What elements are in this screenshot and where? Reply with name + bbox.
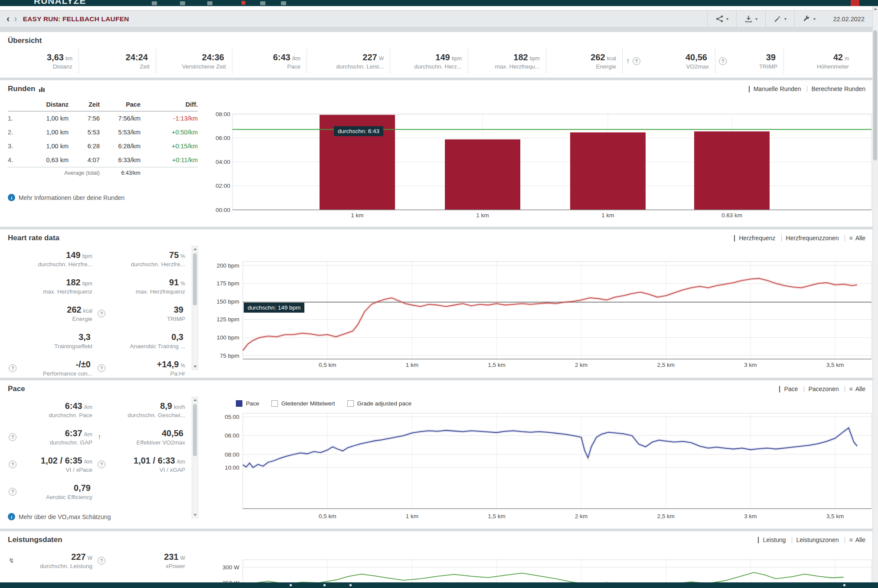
svg-text:100 bpm: 100 bpm — [216, 334, 239, 341]
overview-panel: Übersicht 3,63km Distanz 24:24 Zeit 24:3… — [0, 32, 872, 78]
link-herzfrequenz[interactable]: Herzfrequenz — [739, 235, 775, 242]
wrench-icon — [803, 15, 810, 23]
help-icon[interactable]: ? — [9, 433, 16, 441]
scrollbar-thumb[interactable] — [193, 404, 197, 456]
link-alle[interactable]: ≡Alle — [849, 536, 865, 543]
link-herzfrequenzzonen[interactable]: Herzfrequenzzonen — [786, 235, 839, 242]
stat-elapsed-time: 24:36 Verstrichene Zeit — [156, 49, 232, 74]
svg-text:1 km: 1 km — [406, 513, 418, 519]
stat-distance: 3,63km Distanz — [7, 49, 79, 74]
heart-rate-chart[interactable]: 0,5 km1 km1,5 km2 km2,5 km3 km3,5 km200 … — [209, 256, 872, 372]
divider — [749, 86, 750, 92]
link-leistungszonen[interactable]: Leistungszonen — [796, 536, 839, 543]
divider — [758, 537, 759, 543]
nav-icon[interactable] — [152, 1, 157, 5]
help-icon[interactable]: ? — [9, 461, 16, 468]
nav-logout-icon[interactable] — [851, 0, 859, 6]
scroll-up-icon[interactable] — [874, 8, 877, 10]
legend-pace[interactable]: Pace — [236, 400, 259, 407]
divider — [781, 235, 782, 242]
spacer — [0, 6, 878, 10]
tools-button[interactable]: ▾ — [765, 10, 794, 27]
help-icon[interactable]: ? — [98, 310, 105, 317]
col-zeit[interactable]: Zeit — [69, 99, 100, 111]
notification-badge[interactable] — [242, 1, 245, 5]
help-icon[interactable]: ? — [98, 364, 105, 372]
info-icon: i — [8, 513, 15, 520]
trimp-icons: ? — [719, 57, 727, 65]
link-pacezonen[interactable]: Pacezonen — [808, 385, 839, 392]
stat-vo2max: ↑ ? 40,56 VO2max — [623, 49, 715, 74]
col-pace[interactable]: Pace — [100, 99, 140, 111]
settings-button[interactable]: ▾ — [794, 10, 823, 27]
laps-bar-chart[interactable]: 08:0006:0004:0002:0000:001 km1 km1 km0.6… — [209, 107, 872, 218]
help-icon[interactable]: ? — [9, 488, 16, 496]
svg-text:175 bpm: 175 bpm — [216, 280, 239, 287]
laps-panel: Runden Manuelle Runden Berechnete Runden… — [0, 80, 872, 227]
scroll-down-icon[interactable] — [193, 514, 197, 516]
stat-max-hr-pct: 91%max. Herzfrequenz — [97, 272, 189, 300]
chevron-down-icon: ▾ — [784, 16, 787, 21]
stats-scrollbar[interactable] — [192, 397, 198, 518]
stat-aerobic-efficiency: ?0,79Aerobic Efficiency — [8, 478, 97, 505]
scroll-up-icon[interactable] — [193, 399, 197, 401]
stat-performance-condition: ?-/±0Performance con... — [8, 354, 97, 378]
next-activity-button[interactable]: › — [12, 11, 19, 27]
link-alle[interactable]: ≡Alle — [849, 385, 865, 392]
nav-icon[interactable] — [281, 1, 286, 5]
svg-text:08:00: 08:00 — [225, 451, 239, 458]
vo2max-info-link[interactable]: i Mehr über die VO₂max Schätzung — [8, 513, 111, 520]
legend-grade-adjusted-pace[interactable]: Grade adjusted pace — [347, 400, 411, 407]
laps-info-link[interactable]: i Mehr Informationen über deine Runden — [8, 194, 124, 201]
link-leistung[interactable]: Leistung — [763, 536, 786, 543]
magic-wand-icon — [774, 15, 781, 23]
menu-icon: ≡ — [849, 385, 852, 392]
col-distanz[interactable]: Distanz — [23, 99, 69, 111]
stat-avg-hr: 149bpm durchschn. Herz... — [390, 49, 468, 74]
pace-chart[interactable]: 0,5 km1 km1,5 km2 km2,5 km3 km3,5 km05:0… — [209, 410, 872, 523]
help-icon[interactable]: ? — [633, 57, 640, 65]
export-button[interactable]: ▾ — [736, 10, 765, 27]
scroll-up-icon[interactable] — [193, 248, 197, 250]
page-scrollbar[interactable] — [872, 6, 878, 582]
heart-rate-panel: Heart rate data Herzfrequenz Herzfrequen… — [0, 229, 872, 378]
link-manual-laps[interactable]: Manuelle Runden — [754, 85, 801, 92]
help-icon[interactable]: ? — [9, 364, 16, 372]
svg-text:06:00: 06:00 — [225, 432, 239, 439]
stat-vi-xpace: ?1,02 / 6:35/kmVI / xPace — [8, 451, 97, 478]
link-alle[interactable]: ≡Alle — [849, 235, 865, 242]
divider — [845, 386, 845, 392]
legend-moving-average[interactable]: Gleitender Mittelwert — [271, 400, 335, 407]
power-panel: Leistungsdaten Leistung Leistungszonen ≡… — [0, 531, 872, 588]
scrollbar-thumb[interactable] — [193, 253, 197, 305]
col-diff[interactable]: Diff. — [140, 99, 198, 111]
share-button[interactable]: ▾ — [707, 10, 736, 27]
divider — [807, 86, 807, 92]
runalyze-logo[interactable]: RUNALYZE — [34, 0, 86, 6]
pace-stats: 6:43/kmdurchschn. Pace 8,9km/hdurchschn.… — [8, 396, 189, 505]
svg-text:150 bpm: 150 bpm — [216, 298, 239, 305]
laps-table: Distanz Zeit Pace Diff. 1. 1,00 km 7:56 … — [8, 99, 198, 179]
scrollbar-thumb[interactable] — [873, 30, 877, 160]
lightning-icon: ↯ — [9, 557, 14, 565]
divider — [792, 537, 792, 543]
footer-dot — [323, 584, 326, 586]
link-computed-laps[interactable]: Berechnete Runden — [811, 85, 865, 92]
help-icon[interactable]: ? — [98, 557, 105, 565]
footer-dot — [290, 584, 292, 586]
nav-icon[interactable] — [207, 1, 212, 5]
prev-activity-button[interactable]: ‹ — [4, 11, 12, 27]
stat-avg-hr-pct: 75%durchschn. Herzfre... — [97, 245, 189, 272]
nav-icon[interactable] — [180, 1, 185, 5]
nav-icon[interactable] — [260, 1, 265, 5]
scroll-down-icon[interactable] — [193, 366, 197, 368]
stat-pa-hr: ?+14,9%Pa:Hr — [97, 354, 189, 378]
laps-average-value: 6:43/km — [100, 167, 140, 179]
stat-pace: 6:43/km Pace — [232, 49, 307, 74]
svg-text:0,5 km: 0,5 km — [319, 362, 336, 368]
link-pace[interactable]: Pace — [784, 385, 798, 392]
heart-rate-heading: Heart rate data — [8, 234, 59, 242]
help-icon[interactable]: ? — [719, 57, 727, 65]
stats-scrollbar[interactable] — [192, 246, 198, 370]
help-icon[interactable]: ? — [98, 461, 105, 468]
